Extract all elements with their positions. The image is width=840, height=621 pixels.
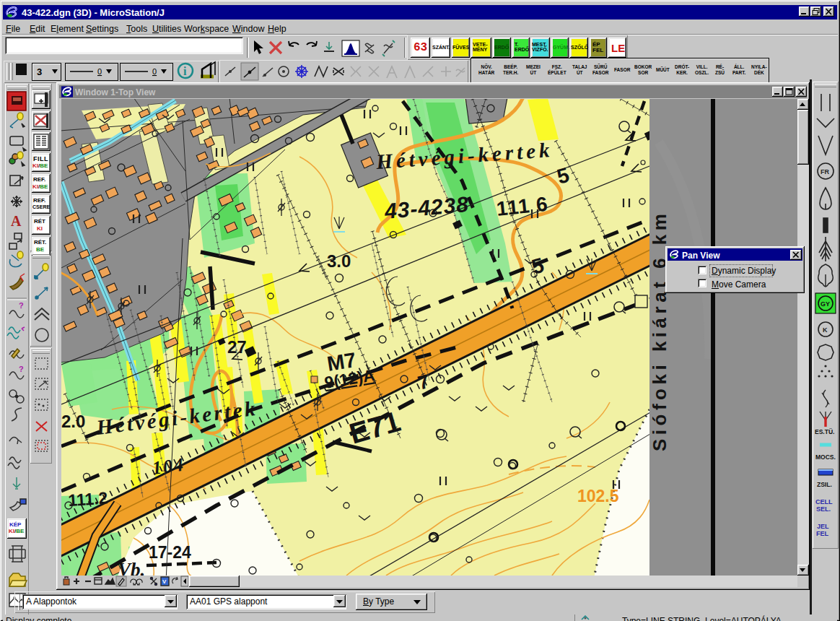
svg-text:2.0: 2.0 [61, 412, 85, 431]
svg-text:Vb.: Vb. [118, 559, 145, 576]
svg-text:FR: FR [821, 168, 829, 175]
svg-text:27: 27 [227, 337, 247, 357]
svg-text:104: 104 [151, 454, 185, 479]
svg-text:ZSIL.: ZSIL. [817, 481, 832, 488]
svg-text:MOCS.: MOCS. [815, 453, 836, 461]
svg-text:0: 0 [152, 67, 157, 76]
svg-text:i: i [183, 65, 187, 77]
svg-text:3.0: 3.0 [327, 251, 351, 271]
svg-text:111.2: 111.2 [68, 488, 109, 510]
svg-text:?: ? [19, 365, 24, 373]
svg-text:SEL.: SEL. [816, 505, 831, 513]
svg-text:102.5: 102.5 [577, 487, 619, 505]
svg-text:A: A [11, 213, 22, 229]
svg-text:FEL: FEL [816, 530, 829, 537]
svg-text:0: 0 [97, 67, 102, 76]
svg-text:GY: GY [821, 300, 830, 308]
svg-text:CELL: CELL [815, 498, 833, 505]
svg-text:ES.TÜ.: ES.TÜ. [815, 428, 834, 435]
svg-text:JEL: JEL [817, 523, 829, 530]
svg-text:V: V [162, 578, 167, 585]
svg-text:K: K [823, 326, 828, 334]
svg-text:?: ? [19, 301, 24, 310]
svg-text:17-24: 17-24 [149, 543, 191, 562]
